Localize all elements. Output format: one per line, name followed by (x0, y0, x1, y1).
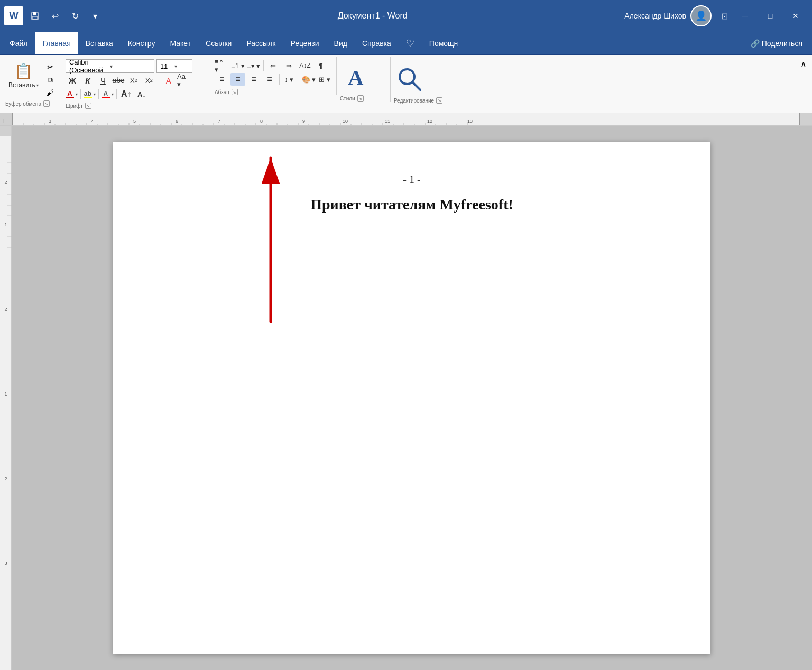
multilevel-list-button[interactable]: ≡▾ ▾ (246, 59, 261, 72)
menu-home[interactable]: Главная (35, 32, 78, 54)
sort-button[interactable]: A↕Z (298, 59, 312, 72)
ruler-l-indicator: L (3, 118, 6, 124)
menu-mailings[interactable]: Рассылк (239, 32, 283, 54)
page-number: - 1 - (155, 173, 668, 186)
copy-button[interactable]: ⧉ (43, 74, 58, 86)
highlight-dropdown[interactable]: ▾ (94, 92, 96, 97)
font-expand-button[interactable]: ↘ (85, 103, 91, 109)
clipboard-expand-button[interactable]: ↘ (43, 100, 50, 107)
numbering-button[interactable]: ≡1 ▾ (230, 59, 245, 72)
clipboard-group: 📋 Вставить ▾ ✂ ⧉ 🖌 Буфер обмена ↘ (3, 57, 62, 107)
align-right-button[interactable]: ≡ (246, 73, 261, 86)
menu-share[interactable]: 🔗 Поделиться (743, 32, 810, 54)
strikethrough-button[interactable]: abc (112, 74, 125, 87)
document-area: - 1 - Привет читателям Myfreesoft! (12, 126, 812, 670)
align-left-button[interactable]: ≡ (215, 73, 229, 86)
font-color-dropdown[interactable]: ▾ (76, 92, 78, 97)
svg-text:3: 3 (49, 118, 51, 124)
close-button[interactable]: ✕ (783, 7, 808, 24)
find-replace-button[interactable] (394, 63, 426, 95)
paragraph-group-label: Абзац ↘ (215, 89, 332, 95)
font-row-2: Ж К Ч abc X2 X2 A Аа ▾ (66, 74, 207, 87)
border-button[interactable]: ⊞ ▾ (317, 73, 332, 86)
menu-insert[interactable]: Вставка (78, 32, 121, 54)
menu-help[interactable]: Справка (355, 32, 399, 54)
menu-assistant[interactable]: Помощн (422, 32, 466, 54)
cut-button[interactable]: ✂ (43, 61, 58, 73)
menu-heart[interactable]: ♡ (399, 32, 422, 54)
divider (116, 89, 117, 99)
user-info: Александр Шихов 👤 (624, 5, 712, 26)
editing-group: Редактирование ↘ (392, 57, 460, 104)
menu-design[interactable]: Констру (121, 32, 163, 54)
svg-text:9: 9 (302, 118, 305, 124)
menu-file[interactable]: Файл (2, 32, 35, 54)
svg-line-4 (412, 82, 420, 90)
underline-button[interactable]: Ч (96, 74, 110, 87)
highlight-button[interactable]: ab (84, 90, 92, 98)
undo-button[interactable]: ↩ (47, 7, 63, 24)
grow-font-button[interactable]: A↑ (119, 88, 133, 100)
font-color-button[interactable]: A (66, 90, 74, 98)
svg-text:8: 8 (260, 118, 263, 124)
paragraph-row-2: ≡ ≡ ≡ ≡ ↕ ▾ 🎨 ▾ ⊞ ▾ (215, 73, 332, 86)
minimize-button[interactable]: ─ (733, 7, 757, 24)
format-painter-button[interactable]: 🖌 (43, 87, 58, 98)
justify-button[interactable]: ≡ (262, 73, 277, 86)
bold-button[interactable]: Ж (66, 74, 79, 87)
ruler-right-margin (799, 113, 812, 125)
show-marks-button[interactable]: ¶ (313, 59, 328, 72)
shading-button[interactable]: 🎨 ▾ (301, 73, 316, 86)
paste-button[interactable]: 📋 Вставить ▾ (5, 59, 42, 90)
svg-text:2: 2 (4, 476, 7, 481)
editing-expand-button[interactable]: ↘ (436, 97, 442, 104)
font-name-selector[interactable]: Calibri (Основной ▾ (66, 59, 154, 73)
increase-indent-button[interactable]: ⇒ (282, 59, 297, 72)
subscript-button[interactable]: X2 (127, 74, 141, 87)
clipboard-label: Буфер обмена ↘ (5, 100, 58, 107)
clear-formatting-button[interactable]: A (162, 74, 176, 87)
maximize-button[interactable]: □ (758, 7, 782, 24)
menu-references[interactable]: Ссылки (198, 32, 239, 54)
line-spacing-button[interactable]: ↕ ▾ (282, 73, 297, 86)
restore-window-button[interactable]: ⊡ (716, 7, 733, 24)
font-row-1: Calibri (Основной ▾ 11 ▾ (66, 59, 207, 73)
svg-text:13: 13 (467, 118, 473, 124)
vertical-ruler: 2 1 2 1 2 3 (0, 126, 12, 670)
divider (299, 74, 299, 85)
paragraph-expand-button[interactable]: ↘ (232, 89, 238, 95)
shrink-font-button[interactable]: A↓ (135, 88, 149, 100)
menu-layout[interactable]: Макет (162, 32, 198, 54)
menu-view[interactable]: Вид (327, 32, 355, 54)
italic-button[interactable]: К (81, 74, 95, 87)
svg-rect-1 (33, 12, 36, 15)
save-button[interactable] (26, 7, 43, 24)
document-page[interactable]: - 1 - Привет читателям Myfreesoft! (113, 142, 710, 654)
window-controls: ─ □ ✕ (733, 7, 808, 24)
svg-text:7: 7 (218, 118, 220, 124)
quick-access-dropdown[interactable]: ▾ (87, 7, 104, 24)
superscript-button[interactable]: X2 (142, 74, 156, 87)
menu-review[interactable]: Рецензи (283, 32, 326, 54)
styles-button[interactable]: A (340, 61, 372, 93)
svg-text:6: 6 (176, 118, 178, 124)
styles-expand-button[interactable]: ↘ (357, 95, 364, 102)
change-case-button[interactable]: Аа ▾ (177, 74, 191, 87)
text-color-button[interactable]: A (102, 90, 110, 98)
decrease-indent-button[interactable]: ⇐ (266, 59, 281, 72)
align-center-button[interactable]: ≡ (230, 73, 245, 86)
redo-button[interactable]: ↻ (67, 7, 84, 24)
divider (159, 75, 159, 86)
main-area: 2 1 2 1 2 3 (0, 126, 812, 670)
app-icon: W (4, 6, 23, 25)
text-color-dropdown[interactable]: ▾ (112, 92, 114, 97)
paragraph-row-1: ≡⚬ ▾ ≡1 ▾ ≡▾ ▾ ⇐ ⇒ A↕Z ¶ (215, 59, 332, 72)
document-text[interactable]: Привет читателям Myfreesoft! (155, 196, 668, 213)
bullets-button[interactable]: ≡⚬ ▾ (215, 59, 229, 72)
collapse-ribbon-button[interactable]: ∧ (798, 57, 809, 71)
paragraph-group: ≡⚬ ▾ ≡1 ▾ ≡▾ ▾ ⇐ ⇒ A↕Z ¶ ≡ ≡ ≡ ≡ ↕ ▾ 🎨 ▾… (213, 57, 337, 95)
svg-text:12: 12 (427, 118, 432, 124)
divider (98, 89, 99, 99)
font-size-selector[interactable]: 11 ▾ (156, 59, 192, 73)
ruler-left-margin: L (0, 113, 13, 125)
